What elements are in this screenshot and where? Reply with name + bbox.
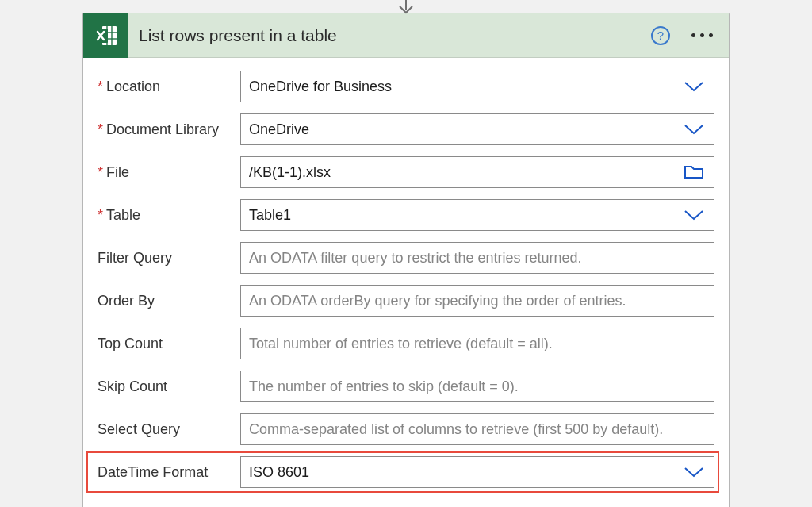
file-picker[interactable] bbox=[240, 156, 714, 188]
chevron-down-icon bbox=[684, 81, 704, 92]
table-dropdown[interactable] bbox=[240, 199, 714, 231]
top-count-label: Top Count bbox=[98, 336, 240, 352]
top-count-field[interactable] bbox=[240, 328, 714, 359]
skip-count-label: Skip Count bbox=[98, 378, 240, 395]
chevron-down-icon bbox=[684, 209, 704, 221]
select-query-label: Select Query bbox=[98, 421, 240, 438]
filter-query-label: Filter Query bbox=[98, 250, 240, 267]
document-library-input[interactable] bbox=[249, 114, 706, 144]
excel-icon bbox=[83, 13, 128, 58]
select-query-input[interactable] bbox=[249, 414, 706, 444]
card-title: List rows present in a table bbox=[128, 26, 651, 45]
top-count-input[interactable] bbox=[249, 328, 706, 359]
table-input[interactable] bbox=[249, 200, 706, 230]
chevron-down-icon bbox=[684, 124, 704, 135]
help-button[interactable]: ? bbox=[651, 26, 670, 45]
datetime-format-label: DateTime Format bbox=[98, 464, 240, 481]
order-by-input[interactable] bbox=[249, 286, 706, 316]
datetime-format-row: DateTime Format bbox=[98, 456, 714, 488]
skip-count-input[interactable] bbox=[249, 371, 706, 401]
more-menu-button[interactable] bbox=[686, 20, 718, 52]
order-by-label: Order By bbox=[98, 293, 240, 309]
document-library-dropdown[interactable] bbox=[240, 113, 714, 145]
location-label: Location bbox=[98, 79, 240, 95]
file-label: File bbox=[98, 164, 240, 181]
skip-count-field[interactable] bbox=[240, 371, 714, 402]
location-dropdown[interactable] bbox=[240, 71, 714, 102]
document-library-label: Document Library bbox=[98, 121, 240, 138]
file-input[interactable] bbox=[249, 157, 706, 187]
datetime-format-dropdown[interactable] bbox=[240, 456, 714, 488]
action-card: List rows present in a table ? Location … bbox=[82, 13, 730, 507]
table-label: Table bbox=[98, 207, 240, 224]
location-input[interactable] bbox=[249, 71, 706, 102]
select-query-field[interactable] bbox=[240, 413, 714, 445]
chevron-down-icon bbox=[684, 467, 704, 478]
folder-icon[interactable] bbox=[684, 164, 704, 180]
card-body: Location Document Library bbox=[83, 58, 729, 507]
filter-query-input[interactable] bbox=[249, 243, 706, 273]
order-by-field[interactable] bbox=[240, 285, 714, 317]
card-header[interactable]: List rows present in a table ? bbox=[83, 13, 729, 58]
datetime-format-input[interactable] bbox=[249, 457, 706, 487]
filter-query-field[interactable] bbox=[240, 242, 714, 274]
